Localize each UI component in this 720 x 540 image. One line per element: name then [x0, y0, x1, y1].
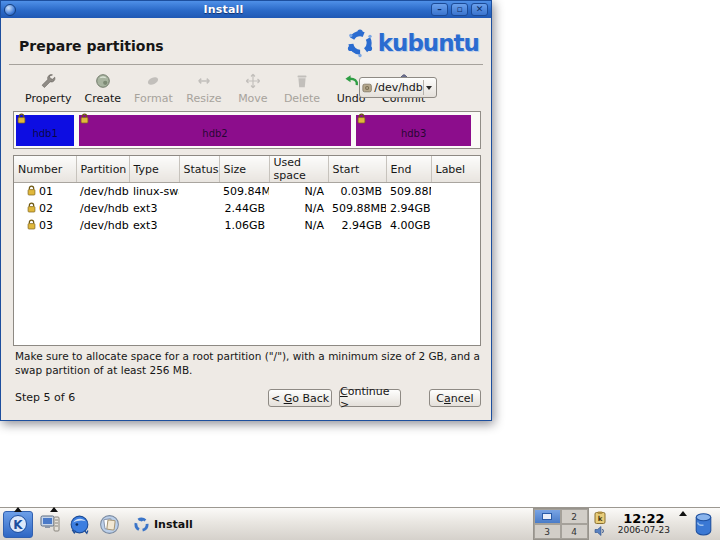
column-used-space[interactable]: Used space	[269, 156, 328, 183]
table-row[interactable]: 03 /dev/hdb3 ext3 1.06GB N/A 2.94GB 4.00…	[14, 217, 480, 234]
taskbar-clock[interactable]: 12:22 2006-07-23	[612, 512, 676, 535]
create-button[interactable]: Create	[83, 70, 124, 106]
kubuntu-logo: kubuntu	[345, 28, 479, 58]
window-kubuntu-icon	[4, 4, 16, 16]
kde-k-gear-icon: K	[8, 514, 28, 534]
install-task-icon	[134, 517, 149, 532]
resize-arrows-icon	[193, 71, 215, 91]
kmenu-popup-arrow-icon	[14, 507, 22, 512]
create-icon	[92, 71, 114, 91]
table-header-row: Number Partition Type Status Size Used s…	[14, 156, 480, 183]
clock-time: 12:22	[618, 512, 670, 526]
move-arrows-icon	[242, 71, 264, 91]
property-button[interactable]: Property	[23, 70, 74, 106]
system-menu-launcher[interactable]	[36, 511, 63, 538]
partition-table: Number Partition Type Status Size Used s…	[13, 155, 481, 346]
dropdown-arrow-icon[interactable]	[423, 80, 434, 95]
konqueror-launcher[interactable]	[66, 511, 93, 538]
system-tray: k	[592, 511, 609, 538]
step-indicator: Step 5 of 6	[15, 391, 75, 404]
kubuntu-logo-icon	[345, 28, 375, 58]
lock-icon	[27, 185, 36, 196]
column-partition[interactable]: Partition	[76, 156, 129, 183]
wrench-icon	[37, 71, 59, 91]
svg-text:K: K	[13, 518, 23, 532]
format-button: Format	[132, 70, 175, 106]
device-selector[interactable]: /dev/hdb	[359, 77, 437, 98]
storage-cylinder-icon	[693, 512, 714, 537]
panel-hide-arrow-icon[interactable]	[679, 511, 687, 516]
lock-icon	[27, 219, 36, 230]
pager-desktop-1[interactable]	[534, 509, 561, 524]
column-size[interactable]: Size	[219, 156, 269, 183]
column-type[interactable]: Type	[129, 156, 179, 183]
column-label[interactable]: Label	[431, 156, 480, 183]
hint-text: Make sure to allocate space for a root p…	[15, 350, 485, 378]
go-back-button[interactable]: < Go Back	[268, 389, 332, 407]
column-number[interactable]: Number	[14, 156, 76, 183]
taskbar-task-install[interactable]: Install	[126, 511, 201, 538]
device-selector-value: /dev/hdb	[372, 81, 423, 94]
svg-text:k: k	[598, 515, 603, 523]
resize-button: Resize	[184, 70, 224, 106]
partition-map: hdb1 hdb2 hdb3	[13, 111, 481, 149]
volume-icon[interactable]	[594, 525, 607, 538]
column-status[interactable]: Status	[179, 156, 219, 183]
lock-icon	[17, 113, 26, 124]
continue-button[interactable]: Continue >	[339, 389, 401, 407]
minimize-button[interactable]: –	[431, 3, 448, 16]
taskbar: K Install	[0, 507, 720, 540]
clock-date: 2006-07-23	[618, 526, 670, 535]
header-separator	[9, 64, 483, 65]
trash-icon	[291, 71, 313, 91]
desktop: { "window": { "title": "Install", "title…	[0, 0, 720, 540]
pager-desktop-2[interactable]: 2	[561, 509, 588, 524]
table-row[interactable]: 01 /dev/hdb1 linux-swap 509.84MB N/A 0.0…	[14, 183, 480, 200]
lock-icon	[80, 113, 89, 124]
partition-segment-hdb3[interactable]: hdb3	[356, 115, 472, 146]
system-popup-arrow-icon	[50, 507, 58, 512]
cancel-button[interactable]: Cancel	[429, 389, 481, 407]
pager-desktop-4[interactable]: 4	[561, 524, 588, 539]
device-notifier[interactable]	[690, 511, 717, 538]
lock-icon	[27, 202, 36, 213]
window-thumbnail	[542, 513, 552, 520]
lock-icon	[357, 113, 366, 124]
delete-button: Delete	[282, 70, 322, 106]
install-window: Install – ▫ ✕ Prepare partitions kubuntu…	[0, 0, 492, 421]
move-button: Move	[233, 70, 273, 106]
kmenu-button[interactable]: K	[3, 511, 33, 538]
documents-bundle-icon	[98, 513, 121, 536]
partition-segment-hdb1[interactable]: hdb1	[16, 115, 74, 146]
konqueror-globe-icon	[68, 513, 91, 536]
column-start[interactable]: Start	[328, 156, 386, 183]
maximize-button[interactable]: ▫	[451, 3, 468, 16]
partition-segment-hdb2[interactable]: hdb2	[79, 115, 351, 146]
desktop-pager: 2 3 4	[533, 508, 589, 540]
disk-icon	[362, 82, 372, 94]
table-row[interactable]: 02 /dev/hdb2 ext3 2.44GB N/A 509.88MB 2.…	[14, 200, 480, 217]
titlebar[interactable]: Install – ▫ ✕	[1, 1, 491, 18]
page-title: Prepare partitions	[19, 38, 164, 54]
kubuntu-logo-text: kubuntu	[378, 30, 479, 56]
help-launcher[interactable]	[96, 511, 123, 538]
pager-desktop-3[interactable]: 3	[534, 524, 561, 539]
klipper-icon[interactable]: k	[594, 511, 607, 524]
task-label: Install	[154, 518, 193, 531]
column-end[interactable]: End	[386, 156, 431, 183]
format-icon	[142, 71, 164, 91]
system-monitor-icon	[39, 513, 61, 535]
close-button[interactable]: ✕	[471, 3, 488, 16]
window-title: Install	[19, 3, 428, 16]
